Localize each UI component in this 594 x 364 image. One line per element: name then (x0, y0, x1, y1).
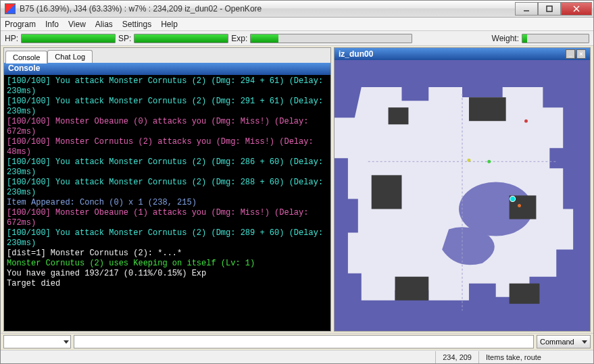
svg-point-15 (524, 120, 528, 123)
weight-label: Weight: (492, 34, 519, 43)
weight-bar (522, 34, 589, 43)
menu-help[interactable]: Help (161, 20, 178, 29)
svg-point-18 (518, 204, 521, 207)
svg-rect-11 (510, 284, 540, 304)
map-view[interactable] (335, 60, 590, 331)
content-area: Console Chat Log Console [100/100] You a… (1, 46, 593, 333)
sp-bar (134, 34, 228, 43)
exp-label: Exp: (231, 34, 247, 43)
titlebar[interactable]: B75 (16.39%), J34 (63.33%) : w7% : 234,2… (1, 1, 593, 18)
chevron-down-icon (582, 340, 587, 344)
tab-console[interactable]: Console (5, 51, 47, 63)
svg-rect-5 (389, 107, 409, 124)
console-line: Monster Cornutus (2) uses Keeping on its… (7, 259, 328, 269)
svg-rect-6 (469, 97, 506, 121)
command-type-label: Command (540, 338, 574, 346)
window-title: B75 (16.39%), J34 (63.33%) : w7% : 234,2… (20, 4, 515, 14)
exp-bar (250, 34, 412, 43)
menu-program[interactable]: Program (5, 20, 36, 29)
stats-bar: HP: SP: Exp: Weight: (1, 31, 593, 46)
console-line: [100/100] You attack Monster Cornutus (2… (7, 157, 328, 178)
menu-alias[interactable]: Alias (95, 20, 113, 29)
console-pane: Console Chat Log Console [100/100] You a… (3, 47, 331, 332)
map-header: iz_dun00 _ × (335, 48, 590, 60)
app-icon (5, 3, 16, 14)
console-line: [100/100] You attack Monster Cornutus (2… (7, 97, 328, 117)
console-output[interactable]: [100/100] You attack Monster Cornutus (2… (4, 75, 330, 331)
svg-point-17 (467, 159, 470, 162)
maximize-button[interactable] (538, 2, 561, 16)
console-line: [100/100] You attack Monster Cornutus (2… (7, 76, 328, 97)
sp-label: SP: (118, 34, 131, 43)
map-title: iz_dun00 (339, 49, 373, 59)
svg-point-14 (510, 197, 516, 202)
console-header: Console (4, 63, 330, 75)
svg-point-16 (487, 160, 491, 163)
map-minimize-icon[interactable]: _ (566, 49, 575, 59)
console-line: Item Appeared: Conch (0) x 1 (238, 215) (7, 198, 328, 208)
menu-view[interactable]: View (68, 20, 86, 29)
status-bar: 234, 209 Items take, route (1, 350, 593, 363)
console-line: [100/100] You attack Monster Cornutus (2… (7, 178, 328, 198)
map-pane: iz_dun00 _ × (334, 47, 591, 332)
command-type-dropdown[interactable]: Command (537, 335, 591, 348)
console-line: [100/100] Monster Cornutus (2) attacks y… (7, 137, 328, 157)
menubar: Program Info View Alias Settings Help (1, 18, 593, 31)
console-line: [100/100] Monster Obeaune (1) attacks yo… (7, 208, 328, 228)
svg-rect-7 (372, 176, 402, 209)
svg-rect-10 (395, 277, 429, 301)
hp-label: HP: (5, 34, 18, 43)
tab-strip: Console Chat Log (4, 48, 330, 63)
app-window: B75 (16.39%), J34 (63.33%) : w7% : 234,2… (0, 0, 594, 364)
input-target-dropdown[interactable] (3, 335, 71, 348)
console-line: [dist=1] Monster Cornutus (2): *...* (7, 249, 328, 259)
map-close-icon[interactable]: × (576, 49, 586, 59)
status-info: Items take, route (478, 351, 593, 363)
console-line: Target died (7, 279, 328, 289)
menu-info[interactable]: Info (45, 20, 59, 29)
chevron-down-icon (64, 340, 69, 344)
console-line: [100/100] Monster Obeaune (0) attacks yo… (7, 117, 328, 137)
command-input[interactable] (74, 335, 534, 348)
status-coords: 234, 209 (435, 351, 478, 363)
menu-settings[interactable]: Settings (122, 20, 151, 29)
tab-chatlog[interactable]: Chat Log (47, 50, 93, 63)
close-button[interactable] (561, 2, 592, 16)
minimize-button[interactable] (515, 2, 538, 16)
hp-bar (21, 34, 116, 43)
console-line: [100/100] You attack Monster Cornutus (2… (7, 228, 328, 249)
svg-rect-1 (547, 6, 552, 11)
input-bar: Command (1, 333, 593, 350)
console-line: You have gained 193/217 (0.11%/0.15%) Ex… (7, 269, 328, 279)
